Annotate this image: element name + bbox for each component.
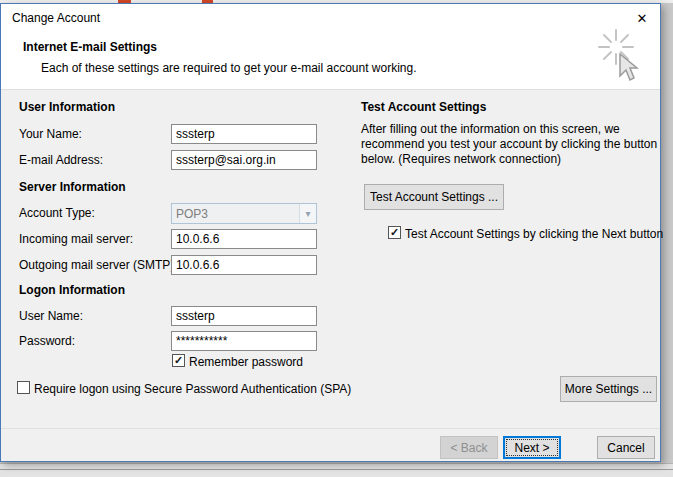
incoming-server-label: Incoming mail server: xyxy=(19,232,133,246)
email-address-label: E-mail Address: xyxy=(19,153,103,167)
outgoing-server-label: Outgoing mail server (SMTP): xyxy=(19,258,178,272)
remember-password-checkbox[interactable] xyxy=(172,354,185,367)
next-button[interactable]: Next > xyxy=(503,436,561,459)
cancel-button[interactable]: Cancel xyxy=(597,436,655,459)
section-logon-information: Logon Information xyxy=(19,283,125,297)
background-strip-bottom xyxy=(0,463,673,477)
password-field[interactable] xyxy=(171,331,317,351)
dialog-header: Change Account ✕ Internet E-mail Setting… xyxy=(1,4,660,90)
email-address-field[interactable] xyxy=(171,150,317,170)
account-type-value: POP3 xyxy=(172,207,299,221)
password-label: Password: xyxy=(19,334,75,348)
user-name-label: User Name: xyxy=(19,309,83,323)
account-type-label: Account Type: xyxy=(19,206,95,220)
user-name-field[interactable] xyxy=(171,306,317,326)
outgoing-server-field[interactable] xyxy=(171,255,317,275)
spa-checkbox[interactable] xyxy=(17,381,30,394)
section-user-information: User Information xyxy=(19,100,115,114)
desktop-background: Change Account ✕ Internet E-mail Setting… xyxy=(0,0,673,477)
change-account-dialog: Change Account ✕ Internet E-mail Setting… xyxy=(0,3,661,462)
test-account-settings-button[interactable]: Test Account Settings ... xyxy=(364,184,504,210)
page-subtitle: Each of these settings are required to g… xyxy=(41,61,417,75)
section-server-information: Server Information xyxy=(19,180,126,194)
page-title: Internet E-mail Settings xyxy=(23,40,157,54)
cursor-sparkle-icon xyxy=(590,28,644,86)
back-button: < Back xyxy=(440,436,498,459)
your-name-field[interactable] xyxy=(171,124,317,144)
remember-password-label: Remember password xyxy=(189,355,303,369)
more-settings-button[interactable]: More Settings ... xyxy=(560,376,657,402)
window-title: Change Account xyxy=(12,11,100,25)
close-icon: ✕ xyxy=(637,11,648,26)
incoming-server-field[interactable] xyxy=(171,229,317,249)
account-type-dropdown[interactable]: POP3 ▾ xyxy=(171,203,317,224)
section-test-account-settings: Test Account Settings xyxy=(361,100,486,114)
test-on-next-checkbox[interactable] xyxy=(388,226,401,239)
test-description: After filling out the information on thi… xyxy=(361,122,659,167)
background-divider-line xyxy=(0,469,673,470)
footer-divider xyxy=(1,428,660,429)
chevron-down-icon: ▾ xyxy=(299,204,316,223)
your-name-label: Your Name: xyxy=(19,127,82,141)
test-on-next-label: Test Account Settings by clicking the Ne… xyxy=(405,227,663,241)
spa-label: Require logon using Secure Password Auth… xyxy=(34,382,351,396)
